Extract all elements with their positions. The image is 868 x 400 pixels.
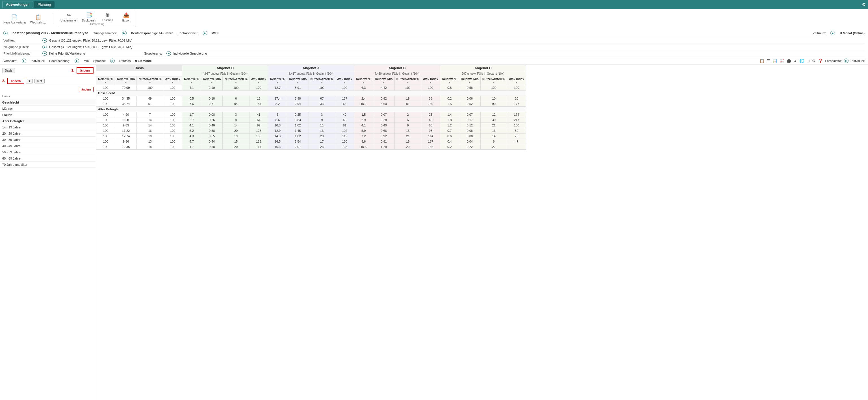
globe-icon[interactable]: 🌐 xyxy=(799,59,804,63)
sort-arrow-14: ▼ xyxy=(382,81,385,84)
data-cell: 4,90 xyxy=(115,112,137,117)
a-reichw-pct-header[interactable]: Reichw. %▼ xyxy=(268,76,287,85)
data-cell: 2,90 xyxy=(201,85,223,90)
c-reichw-mio-header[interactable]: Reichw. Mio▼ xyxy=(459,76,480,85)
step2-highlight: ändern xyxy=(7,78,24,84)
toolbar-export[interactable]: 📤 Export xyxy=(119,12,133,22)
data-cell: 1,29 xyxy=(373,144,395,150)
help-icon[interactable]: ❓ xyxy=(818,59,823,63)
grundgesamtheit-label: Grundgesamtheit: xyxy=(93,31,117,35)
basis-row-label: Basis xyxy=(2,94,10,98)
tab-auswertungen[interactable]: Auswertungen xyxy=(2,1,33,8)
data-cell: 100 xyxy=(163,117,182,123)
data-cell: 0,55 xyxy=(201,134,223,139)
data-cell: 100 xyxy=(163,123,182,128)
c-nutzer-header[interactable]: Nutzer-Anteil %▼ xyxy=(480,76,507,85)
prioritaet-circle-btn[interactable]: ▶ xyxy=(42,51,47,56)
data-cell: 1.7 xyxy=(182,112,201,117)
d-reichw-pct-header[interactable]: Reichw. %▼ xyxy=(182,76,201,85)
d-reichw-mio-header[interactable]: Reichw. Mio▼ xyxy=(201,76,223,85)
toolbar-neue-auswertung[interactable]: 📄 Neue Auswertung xyxy=(3,14,26,24)
data-cell: 4.1 xyxy=(354,123,373,128)
tab-planung[interactable]: Planung xyxy=(34,1,54,8)
vorfilter-circle-btn[interactable]: ▶ xyxy=(42,38,47,43)
data-cell: 0,82 xyxy=(373,96,395,101)
b-aff-header[interactable]: Aff.- Index▼ xyxy=(421,76,440,85)
basis-aff-header[interactable]: Aff.- Index▼ xyxy=(163,76,182,85)
a-aff-header[interactable]: Aff.- Index▼ xyxy=(335,76,354,85)
data-cell: 65 xyxy=(421,123,440,128)
step1-andern-button[interactable]: ändern xyxy=(78,68,92,73)
sort-arrow-3: ▼ xyxy=(149,81,151,84)
new-file-icon: 📄 xyxy=(11,14,18,20)
toolbar-umbenennen[interactable]: ✏ Umbenennen xyxy=(60,12,78,22)
table-icon[interactable]: 📋 xyxy=(760,59,764,63)
data-cell: 6 xyxy=(395,117,421,123)
zeitraum-circle-btn[interactable]: ▶ xyxy=(830,31,835,35)
hochrechnung-circle[interactable]: ▶ xyxy=(74,59,79,63)
toolbar-neue-auswertung-label: Neue Auswertung xyxy=(3,21,26,24)
data-cell: 30 xyxy=(480,117,507,123)
toolbar-wechseln-zu[interactable]: 📋 Wechseln zu xyxy=(30,14,46,24)
sprache-circle[interactable]: ▶ xyxy=(110,59,115,63)
basis-reichw-mio-header[interactable]: Reichw. Mio▼ xyxy=(115,76,137,85)
d-aff-header[interactable]: Aff.- Index▼ xyxy=(249,76,268,85)
b-reichw-mio-header[interactable]: Reichw. Mio▼ xyxy=(373,76,395,85)
data-cell: 20 xyxy=(223,128,249,134)
grundgesamtheit-circle-btn[interactable]: ▶ xyxy=(122,31,127,35)
bar-chart-icon[interactable]: 📊 xyxy=(773,59,777,63)
data-cell: 18 xyxy=(137,134,163,139)
a-nutzer-header[interactable]: Nutzer-Anteil %▼ xyxy=(309,76,335,85)
settings-small-btn[interactable]: ⚙ ▼ xyxy=(34,79,44,83)
pie-chart-icon[interactable]: ⬤ xyxy=(786,59,791,63)
basis-reichw-pct-header[interactable]: Reichw. %▼ xyxy=(96,76,115,85)
data-cell: 70,09 xyxy=(115,85,137,90)
toolbar-loschen[interactable]: 🗑 Löschen xyxy=(101,12,115,22)
down-arrow-btn[interactable]: ▼ xyxy=(26,79,33,83)
vorspalte-circle[interactable]: ▶ xyxy=(22,59,26,63)
data-cell: 100 xyxy=(96,139,115,144)
options-bar: Vorspalte: ▶ Individuell Hochrechnung: ▶… xyxy=(0,57,868,65)
kontakteinheit-circle-btn[interactable]: ▶ xyxy=(203,31,207,35)
c-aff-header[interactable]: Aff.- Index▼ xyxy=(507,76,526,85)
gruppierung-label: Gruppierung: xyxy=(144,52,162,55)
settings-icon[interactable]: ⚙ xyxy=(812,59,816,63)
step1-label: 1. xyxy=(71,68,74,73)
data-cell: 12,74 xyxy=(115,134,137,139)
line-chart-icon[interactable]: 📈 xyxy=(780,59,784,63)
data-cell: 1,54 xyxy=(287,139,309,144)
area-chart-icon[interactable]: ▲ xyxy=(794,59,797,63)
data-cell: 1,82 xyxy=(287,134,309,139)
data-cell: 14 xyxy=(223,123,249,128)
data-cell: 100 xyxy=(163,101,182,107)
data-cell: 0.4 xyxy=(440,139,459,144)
toolbar-export-label: Export xyxy=(122,19,130,22)
data-cell: 100 xyxy=(395,85,421,90)
basis-andern-button[interactable]: ändern xyxy=(79,87,94,92)
gruppierung-circle-btn[interactable]: ▶ xyxy=(166,51,171,56)
data-cell: 2.9 xyxy=(354,117,373,123)
grid-icon[interactable]: ⊞ xyxy=(806,59,810,63)
toolbar-duplizieren[interactable]: 📑 Duplizieren xyxy=(82,12,96,22)
info-circle-btn[interactable]: ▶ xyxy=(3,31,8,35)
basis-nutzer-header[interactable]: Nutzer-Anteil %▼ xyxy=(137,76,163,85)
data-cell: 12,35 xyxy=(115,144,137,150)
b-nutzer-header[interactable]: Nutzer-Anteil %▼ xyxy=(395,76,421,85)
data-cell: 65 xyxy=(335,101,354,107)
filter-icon[interactable]: ☰ xyxy=(767,59,770,63)
zielgruppe-circle-btn[interactable]: ▶ xyxy=(42,45,47,49)
step2-andern-button[interactable]: ändern xyxy=(9,79,23,83)
c-reichw-pct-header[interactable]: Reichw. %▼ xyxy=(440,76,459,85)
data-cell: 4.7 xyxy=(182,139,201,144)
b-reichw-pct-header[interactable]: Reichw. %▼ xyxy=(354,76,373,85)
data-cell: 4.3 xyxy=(182,134,201,139)
d-nutzer-header[interactable]: Nutzer-Anteil %▼ xyxy=(223,76,249,85)
data-cell: 10.5 xyxy=(354,144,373,150)
farbpalette-circle[interactable]: ▶ xyxy=(844,59,848,63)
gear-icon[interactable]: ⚙ xyxy=(862,2,866,7)
data-cell: 4,42 xyxy=(373,85,395,90)
hochrechnung-value: Mio xyxy=(84,59,89,62)
a-reichw-mio-header[interactable]: Reichw. Mio▼ xyxy=(287,76,309,85)
left-geschlecht-section: Geschlecht xyxy=(0,99,96,106)
data-cell: 14.3 xyxy=(268,134,287,139)
